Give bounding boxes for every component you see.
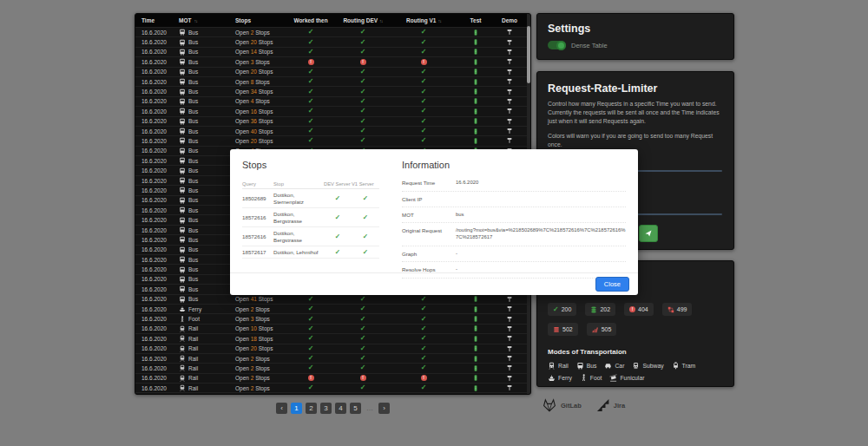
column-header-v1[interactable]: Routing V1↑↓ (389, 17, 458, 23)
row-test[interactable] (458, 325, 493, 332)
row-test[interactable] (458, 48, 493, 56)
mode-tram[interactable]: Tram (672, 362, 696, 370)
mode-bus[interactable]: Bus (576, 362, 597, 370)
mode-rail[interactable]: Rail (548, 362, 569, 370)
column-header-dev[interactable]: Routing DEV↑↓ (337, 17, 389, 23)
pagination-page-2[interactable]: 2 (306, 403, 317, 414)
status-badge-502[interactable]: 502 (548, 323, 578, 336)
table-row[interactable]: 16.6.2020BusOpen 36 Stops✓✓✓ (135, 116, 529, 126)
footer-link-jira[interactable]: Jira (595, 398, 625, 412)
modal-stops-row[interactable]: 18502689Dottikon, Sternenplatz✓✓ (242, 189, 379, 208)
row-test[interactable] (458, 88, 493, 95)
row-test[interactable] (458, 335, 493, 343)
send-requests-button[interactable] (639, 225, 658, 242)
status-badge-499[interactable]: 499 (662, 303, 693, 316)
table-row[interactable]: 16.6.2020RailOpen 2 Stops✓✓✓ (135, 363, 529, 372)
row-test[interactable] (458, 38, 493, 46)
row-demo[interactable] (493, 335, 526, 342)
row-demo[interactable] (493, 78, 526, 85)
mode-ferry[interactable]: Ferry (548, 374, 572, 382)
footer-link-gitlab[interactable]: GitLab (542, 398, 582, 412)
pagination-page-4[interactable]: 4 (335, 403, 346, 414)
row-test[interactable] (458, 58, 493, 66)
mode-funicular[interactable]: Funicular (609, 374, 644, 382)
sort-icon[interactable]: ↑↓ (194, 18, 197, 23)
pagination-page-1[interactable]: 1 (291, 403, 302, 414)
row-demo[interactable] (493, 305, 526, 312)
row-test[interactable] (458, 355, 493, 363)
sort-icon[interactable]: ↑↓ (437, 18, 441, 23)
row-demo[interactable] (493, 296, 526, 303)
table-row[interactable]: 16.6.2020RailOpen 18 Stops✓✓✓ (135, 333, 529, 343)
row-demo[interactable] (493, 384, 526, 391)
modal-stops-row[interactable]: 18572616Dottikon, Bergstrasse✓✓ (242, 227, 379, 246)
close-button[interactable]: Close (595, 277, 629, 292)
modal-stops-row[interactable]: 18572616Dottikon, Bergstrasse✓✓ (242, 208, 379, 227)
dense-table-toggle[interactable] (548, 41, 566, 49)
mode-car[interactable]: Car (604, 362, 624, 370)
row-test[interactable] (458, 97, 493, 105)
row-demo[interactable] (493, 355, 526, 362)
table-row[interactable]: 16.6.2020BusOpen 3 Stops!!! (135, 56, 529, 66)
row-test[interactable] (458, 137, 493, 145)
table-row[interactable]: 16.6.2020BusOpen 41 Stops✓✓✓ (135, 294, 529, 304)
row-demo[interactable] (493, 29, 526, 36)
row-demo[interactable] (493, 58, 526, 65)
table-row[interactable]: 16.6.2020BusOpen 4 Stops✓✓✓ (135, 96, 529, 106)
row-demo[interactable] (493, 69, 526, 75)
row-demo[interactable] (493, 98, 526, 105)
row-test[interactable] (458, 117, 493, 125)
row-demo[interactable] (493, 345, 526, 352)
mode-subway[interactable]: Subway (632, 362, 663, 370)
row-test[interactable] (458, 295, 493, 303)
table-row[interactable]: 16.6.2020FerryOpen 2 Stops✓✓✓ (135, 304, 529, 313)
row-demo[interactable] (493, 137, 526, 144)
row-test[interactable] (458, 384, 493, 392)
column-header-mot[interactable]: MOT↑↓ (175, 17, 229, 23)
table-row[interactable]: 16.6.2020BusOpen 16 Stops✓✓✓ (135, 106, 529, 115)
status-badge-404[interactable]: !404 (624, 303, 654, 316)
row-demo[interactable] (493, 316, 526, 323)
row-test[interactable] (458, 344, 493, 352)
table-row[interactable]: 16.6.2020BusOpen 20 Stops✓✓✓ (135, 135, 529, 145)
table-row[interactable]: 16.6.2020BusOpen 40 Stops✓✓✓ (135, 126, 529, 135)
table-row[interactable]: 16.6.2020RailOpen 20 Stops✓✓✓ (135, 344, 529, 353)
table-row[interactable]: 16.6.2020BusOpen 14 Stops✓✓✓ (135, 47, 529, 56)
table-row[interactable]: 16.6.2020FootOpen 3 Stops✓✓✓ (135, 313, 529, 323)
table-row[interactable]: 16.6.2020BusOpen 20 Stops✓✓✓ (135, 36, 529, 46)
row-demo[interactable] (493, 108, 526, 115)
row-demo[interactable] (493, 128, 526, 134)
row-demo[interactable] (493, 39, 526, 46)
status-badge-200[interactable]: ✓200 (548, 303, 576, 316)
status-badge-505[interactable]: 505 (587, 323, 617, 336)
row-demo[interactable] (493, 325, 526, 332)
pagination-prev-button[interactable]: ‹ (276, 403, 287, 414)
row-test[interactable] (458, 305, 493, 313)
table-row[interactable]: 16.6.2020BusOpen 34 Stops✓✓✓ (135, 86, 529, 95)
status-badge-202[interactable]: 202 (585, 303, 615, 316)
row-demo[interactable] (493, 89, 526, 95)
table-row[interactable]: 16.6.2020BusOpen 20 Stops✓✓✓ (135, 67, 529, 76)
row-test[interactable] (458, 128, 493, 135)
row-test[interactable] (458, 364, 493, 372)
row-test[interactable] (458, 374, 493, 382)
table-row[interactable]: 16.6.2020RailOpen 2 Stops✓✓✓ (135, 353, 529, 363)
row-test[interactable] (458, 394, 493, 395)
table-row[interactable]: 16.6.2020RailOpen 2 Stops!!! (135, 373, 529, 383)
row-test[interactable] (458, 29, 493, 36)
row-test[interactable] (458, 315, 493, 323)
row-test[interactable] (458, 108, 493, 115)
row-demo[interactable] (493, 49, 526, 56)
table-row[interactable]: 16.6.2020BusOpen 2 Stops✓✓✓ (135, 27, 529, 36)
table-row[interactable]: 16.6.2020RailOpen 2 Stops✓✓✓ (135, 392, 529, 395)
pagination-page-3[interactable]: 3 (320, 403, 332, 414)
row-demo[interactable] (493, 375, 526, 382)
table-row[interactable]: 16.6.2020BusOpen 8 Stops✓✓✓ (135, 76, 529, 86)
row-test[interactable] (458, 78, 493, 86)
row-demo[interactable] (493, 364, 526, 371)
row-test[interactable] (458, 68, 493, 75)
modal-stops-row[interactable]: 18572617Dottikon, Lehmihof✓✓ (242, 246, 379, 259)
table-row[interactable]: 16.6.2020RailOpen 10 Stops✓✓✓ (135, 324, 529, 333)
pagination-next-button[interactable]: › (378, 403, 390, 414)
mode-foot[interactable]: Foot (580, 374, 602, 382)
